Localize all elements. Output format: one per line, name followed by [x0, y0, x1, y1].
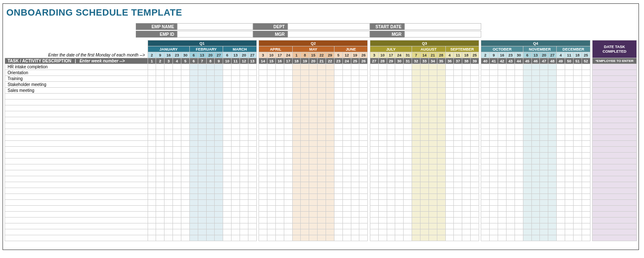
grid-cell[interactable]: [573, 206, 582, 212]
grid-cell[interactable]: [428, 206, 437, 212]
grid-cell[interactable]: [515, 70, 523, 76]
grid-cell[interactable]: [173, 200, 181, 206]
grid-cell[interactable]: [148, 135, 156, 141]
grid-cell[interactable]: [181, 200, 189, 206]
grid-cell[interactable]: [370, 141, 378, 147]
grid-cell[interactable]: [359, 111, 368, 117]
grid-cell[interactable]: [259, 64, 267, 70]
grid-cell[interactable]: [248, 94, 256, 99]
grid-cell[interactable]: [582, 117, 590, 123]
grid-cell[interactable]: [189, 88, 198, 94]
grid-cell[interactable]: [437, 229, 445, 235]
grid-cell[interactable]: [462, 229, 471, 235]
grid-cell[interactable]: [198, 64, 206, 70]
grid-cell[interactable]: [387, 176, 395, 182]
grid-cell[interactable]: [428, 153, 437, 159]
grid-cell[interactable]: [437, 76, 445, 82]
grid-cell[interactable]: [540, 223, 548, 229]
grid-cell[interactable]: [334, 194, 342, 200]
grid-cell[interactable]: [548, 82, 557, 88]
grid-cell[interactable]: [531, 176, 540, 182]
grid-cell[interactable]: [301, 170, 309, 176]
grid-cell[interactable]: [292, 223, 301, 229]
grid-cell[interactable]: [420, 70, 428, 76]
grid-cell[interactable]: [412, 76, 420, 82]
grid-cell[interactable]: [490, 176, 498, 182]
grid-cell[interactable]: [540, 88, 548, 94]
grid-cell[interactable]: [189, 206, 198, 212]
input-emp-id[interactable]: [177, 31, 253, 38]
task-cell[interactable]: Sales meeting: [5, 88, 148, 94]
grid-cell[interactable]: [164, 76, 173, 82]
grid-cell[interactable]: [206, 129, 215, 135]
grid-cell[interactable]: [326, 182, 334, 188]
grid-cell[interactable]: [206, 218, 215, 223]
grid-cell[interactable]: [540, 218, 548, 223]
grid-cell[interactable]: [342, 105, 351, 111]
grid-cell[interactable]: [309, 76, 318, 82]
grid-cell[interactable]: [540, 147, 548, 153]
grid-cell[interactable]: [359, 229, 368, 235]
grid-cell[interactable]: [515, 147, 523, 153]
grid-cell[interactable]: [404, 141, 412, 147]
grid-cell[interactable]: [462, 194, 471, 200]
grid-cell[interactable]: [437, 88, 445, 94]
grid-cell[interactable]: [540, 176, 548, 182]
grid-cell[interactable]: [342, 141, 351, 147]
grid-cell[interactable]: [334, 99, 342, 105]
grid-cell[interactable]: [490, 105, 498, 111]
grid-cell[interactable]: [318, 147, 326, 153]
grid-cell[interactable]: [301, 212, 309, 218]
week-number[interactable]: 20: [309, 58, 318, 64]
grid-cell[interactable]: [248, 194, 256, 200]
grid-cell[interactable]: [573, 153, 582, 159]
grid-cell[interactable]: [378, 176, 387, 182]
grid-cell[interactable]: [181, 176, 189, 182]
grid-cell[interactable]: [342, 94, 351, 99]
grid-cell[interactable]: [351, 235, 359, 241]
grid-cell[interactable]: [437, 147, 445, 153]
grid-cell[interactable]: [420, 64, 428, 70]
grid-cell[interactable]: [189, 82, 198, 88]
grid-cell[interactable]: [573, 76, 582, 82]
grid-cell[interactable]: [326, 88, 334, 94]
grid-cell[interactable]: [507, 129, 515, 135]
grid-cell[interactable]: [301, 117, 309, 123]
grid-cell[interactable]: [206, 194, 215, 200]
grid-cell[interactable]: [498, 94, 507, 99]
grid-cell[interactable]: [156, 200, 164, 206]
completed-cell[interactable]: [593, 88, 637, 94]
grid-cell[interactable]: [573, 105, 582, 111]
grid-cell[interactable]: [301, 94, 309, 99]
grid-cell[interactable]: [275, 105, 284, 111]
grid-cell[interactable]: [507, 147, 515, 153]
grid-cell[interactable]: [437, 70, 445, 76]
grid-cell[interactable]: [301, 70, 309, 76]
grid-cell[interactable]: [428, 170, 437, 176]
grid-cell[interactable]: [232, 88, 240, 94]
grid-cell[interactable]: [428, 111, 437, 117]
date-cell[interactable]: 27: [215, 52, 223, 58]
grid-cell[interactable]: [523, 229, 531, 235]
grid-cell[interactable]: [215, 182, 223, 188]
grid-cell[interactable]: [548, 182, 557, 188]
grid-cell[interactable]: [471, 218, 479, 223]
grid-cell[interactable]: [471, 88, 479, 94]
grid-cell[interactable]: [548, 188, 557, 194]
grid-cell[interactable]: [189, 105, 198, 111]
grid-cell[interactable]: [148, 141, 156, 147]
date-cell[interactable]: 20: [206, 52, 215, 58]
grid-cell[interactable]: [215, 200, 223, 206]
grid-cell[interactable]: [462, 105, 471, 111]
grid-cell[interactable]: [223, 194, 232, 200]
grid-cell[interactable]: [445, 70, 454, 76]
grid-cell[interactable]: [318, 88, 326, 94]
grid-cell[interactable]: [359, 129, 368, 135]
grid-cell[interactable]: [404, 123, 412, 129]
date-cell[interactable]: 6: [523, 52, 531, 58]
grid-cell[interactable]: [318, 223, 326, 229]
week-number[interactable]: 29: [387, 58, 395, 64]
date-cell[interactable]: 10: [378, 52, 387, 58]
grid-cell[interactable]: [471, 99, 479, 105]
grid-cell[interactable]: [523, 111, 531, 117]
